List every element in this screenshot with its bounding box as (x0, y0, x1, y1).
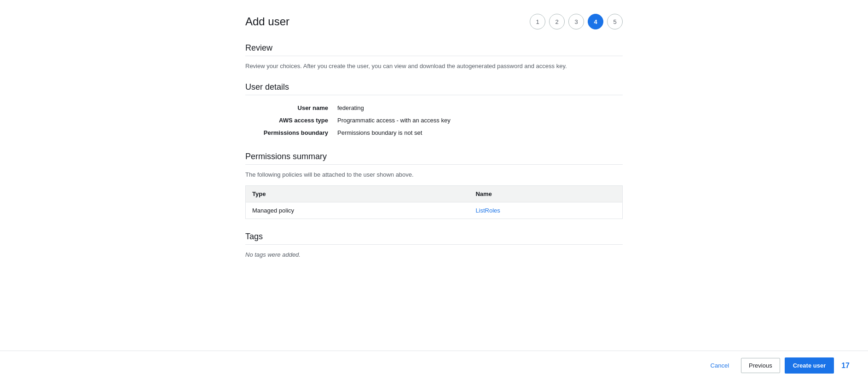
permissions-table: Type Name Managed policy ListRoles (245, 185, 623, 219)
user-details-title: User details (245, 82, 623, 92)
tags-section-title: Tags (245, 232, 623, 242)
review-section: Review Review your choices. After you cr… (245, 43, 623, 69)
permissions-summary-section: Permissions summary The following polici… (245, 152, 623, 219)
footer-number: 17 (841, 362, 850, 370)
step-5[interactable]: 5 (607, 14, 623, 29)
no-tags-message: No tags were added. (245, 251, 623, 258)
step-indicators: 1 2 3 4 5 (530, 14, 623, 29)
page-title: Add user (245, 15, 289, 28)
permissions-summary-description: The following policies will be attached … (245, 171, 623, 178)
aws-access-type-label: AWS access type (245, 117, 337, 124)
aws-access-type-value: Programmatic access - with an access key (337, 117, 451, 124)
name-column-header: Name (469, 186, 622, 202)
permissions-boundary-value: Permissions boundary is not set (337, 129, 422, 136)
review-divider (245, 56, 623, 56)
step-2[interactable]: 2 (549, 14, 565, 29)
footer: Cancel Previous Create user 17 (0, 351, 868, 380)
policy-name-cell: ListRoles (469, 202, 622, 219)
list-roles-link[interactable]: ListRoles (475, 207, 500, 214)
tags-divider (245, 244, 623, 245)
review-description: Review your choices. After you create th… (245, 63, 623, 69)
aws-access-type-row: AWS access type Programmatic access - wi… (245, 114, 623, 127)
permissions-boundary-label: Permissions boundary (245, 129, 337, 136)
step-3[interactable]: 3 (568, 14, 584, 29)
permissions-summary-title: Permissions summary (245, 152, 623, 161)
permissions-summary-divider (245, 164, 623, 165)
table-row: Managed policy ListRoles (246, 202, 623, 219)
step-4[interactable]: 4 (588, 14, 603, 29)
permissions-boundary-row: Permissions boundary Permissions boundar… (245, 127, 623, 139)
permissions-table-header: Type Name (246, 186, 623, 202)
previous-button[interactable]: Previous (741, 358, 780, 373)
tags-section: Tags No tags were added. (245, 232, 623, 258)
user-details-section: User details User name federating AWS ac… (245, 82, 623, 139)
user-name-value: federating (337, 104, 364, 111)
user-details-table: User name federating AWS access type Pro… (245, 102, 623, 139)
policy-type-cell: Managed policy (246, 202, 469, 219)
review-section-title: Review (245, 43, 623, 53)
user-name-label: User name (245, 104, 337, 111)
step-1[interactable]: 1 (530, 14, 545, 29)
type-column-header: Type (246, 186, 469, 202)
create-user-button[interactable]: Create user (785, 357, 834, 374)
cancel-button[interactable]: Cancel (703, 358, 736, 373)
user-name-row: User name federating (245, 102, 623, 114)
page-header: Add user 1 2 3 4 5 (245, 14, 623, 29)
user-details-divider (245, 95, 623, 95)
